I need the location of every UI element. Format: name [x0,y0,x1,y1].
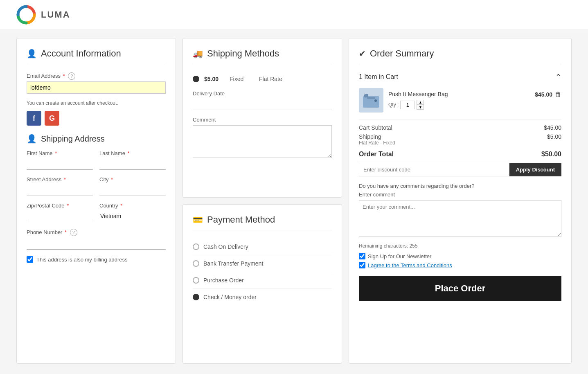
first-name-label: First Name * [27,150,93,156]
billing-checkbox-group: This address is also my billing address [27,256,166,263]
comment-group: Comment [193,117,332,159]
shipping-row: Shipping Flat Rate - Fixed $5.00 [359,133,561,146]
delivery-date-group: Delivery Date [193,90,332,110]
qty-input[interactable] [400,101,415,109]
zip-label: Zip/Postal Code * [27,203,93,209]
street-label: Street Address * [27,176,93,182]
billing-checkbox-label: This address is also my billing address [36,257,128,263]
email-help-icon[interactable]: ? [68,72,75,80]
header: LUMA [0,0,588,30]
facebook-login-button[interactable]: f [27,111,41,126]
logo-icon [16,5,36,25]
city-input[interactable] [99,184,166,196]
shipping-option-flat[interactable]: $5.00 Fixed Flat Rate [193,72,332,86]
cart-subtotal-value: $45.00 [544,124,561,131]
payment-option-purchase[interactable]: Purchase Order [193,272,332,289]
payment-method-title: 💳 Payment Method [193,214,332,230]
payment-cash-label: Cash On Delivery [203,243,248,250]
payment-radio-purchase [193,277,199,284]
order-totals: Cart Subtotal $45.00 Shipping Flat Rate … [359,119,561,158]
city-label: City * [99,176,166,182]
shipping-address-title: 👤 Shipping Address [27,134,166,144]
payment-option-check[interactable]: Check / Money order [193,289,332,305]
shipping-total-value: $5.00 [547,133,561,146]
zip-group: Zip/Postal Code * [27,203,93,222]
zip-country-row: Zip/Postal Code * Country * Vietnam [27,203,166,229]
google-login-button[interactable]: G [45,111,59,126]
last-name-input[interactable] [99,158,166,170]
last-name-group: Last Name * [99,150,166,170]
order-summary-title: ✔ Order Summary [359,48,561,64]
order-total-value: $50.00 [541,151,561,158]
social-buttons: f G [27,111,166,126]
zip-input[interactable] [27,210,93,222]
credit-card-icon: 💳 [193,215,203,225]
phone-label: Phone Number * ? [27,229,166,236]
enter-comment-label: Enter comment [359,192,561,198]
payment-bank-label: Bank Transfer Payment [203,260,263,267]
svg-rect-3 [367,97,375,99]
terms-row: I agree to the Terms and Conditions [359,262,561,268]
name-row: First Name * Last Name * [27,150,166,176]
street-input[interactable] [27,184,93,196]
order-items-header[interactable]: 1 Item in Cart ⌃ [359,72,561,81]
email-required: * [63,73,65,79]
email-input[interactable] [27,81,166,94]
terms-checkbox[interactable] [359,262,365,268]
payment-option-bank[interactable]: Bank Transfer Payment [193,255,332,272]
apply-discount-button[interactable]: Apply Discount [509,163,561,176]
country-label: Country * [99,203,166,209]
shipping-comment-textarea[interactable] [193,125,332,158]
first-name-input[interactable] [27,158,93,170]
truck-icon: 🚚 [193,49,203,59]
checkmark-icon: ✔ [359,49,366,59]
items-count: 1 Item in Cart [359,73,398,81]
email-label: Email Address * ? [27,72,166,80]
address-icon: 👤 [27,134,37,144]
cart-subtotal-row: Cart Subtotal $45.00 [359,124,561,131]
order-comment-textarea[interactable] [359,200,561,237]
payment-title-text: Payment Method [207,214,275,225]
order-summary-panel: ✔ Order Summary 1 Item in Cart ⌃ Push It… [349,38,572,364]
shipping-title-text: Shipping Address [41,134,105,144]
user-icon: 👤 [27,49,37,59]
comments-label: Do you have any comments regarding the o… [359,183,561,189]
newsletter-checkbox[interactable] [359,253,365,259]
order-item: Push It Messenger Bag $45.00 🗑 Qty : ▲ ▼ [359,88,561,113]
newsletter-row: Sign Up for Our Newsletter [359,253,561,259]
payment-option-cash[interactable]: Cash On Delivery [193,239,332,255]
payment-purchase-label: Purchase Order [203,277,244,284]
qty-increase-button[interactable]: ▲ [417,100,424,105]
payment-radio-bank [193,260,199,267]
main-container: 👤 Account Information Email Address * ? … [0,30,588,372]
payment-radio-cash [193,243,199,250]
place-order-button[interactable]: Place Order [359,276,561,301]
delivery-date-input[interactable] [193,100,332,110]
city-group: City * [99,176,166,196]
item-image [359,88,383,113]
street-city-row: Street Address * City * [27,176,166,203]
phone-group: Phone Number * ? [27,229,166,250]
billing-checkbox[interactable] [27,256,33,263]
delete-item-icon[interactable]: 🗑 [555,91,561,98]
phone-input[interactable] [27,238,166,250]
phone-help-icon[interactable]: ? [70,229,77,236]
qty-decrease-button[interactable]: ▼ [417,105,424,110]
street-group: Street Address * [27,176,93,196]
order-summary-title-text: Order Summary [370,48,434,59]
payment-method-panel: 💳 Payment Method Cash On Delivery Bank T… [182,204,342,364]
account-info-text: You can create an account after checkout… [27,100,166,106]
qty-controls: ▲ ▼ [417,100,424,110]
country-value: Vietnam [99,210,166,222]
payment-check-label: Check / Money order [203,294,257,300]
shipping-radio-selected [193,76,199,82]
email-group: Email Address * ? [27,72,166,94]
last-name-label: Last Name * [99,150,166,156]
item-qty: Qty : ▲ ▼ [388,100,561,110]
shipping-methods-title: 🚚 Shipping Methods [193,48,332,64]
newsletter-label: Sign Up for Our Newsletter [368,253,431,259]
cart-subtotal-label: Cart Subtotal [359,124,392,131]
discount-input[interactable] [359,163,509,176]
country-group: Country * Vietnam [99,203,166,222]
terms-label[interactable]: I agree to the Terms and Conditions [368,262,452,268]
